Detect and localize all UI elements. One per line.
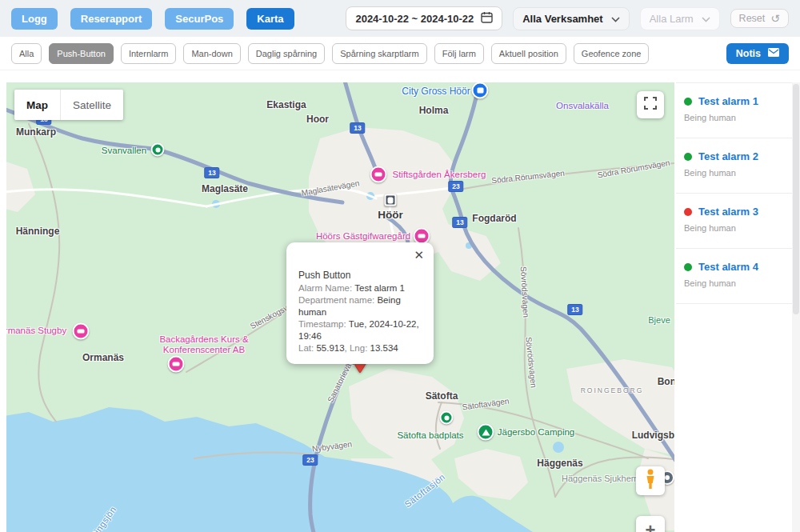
map-type-control: Map Satellite bbox=[14, 90, 123, 120]
alarm-filter-value: Alla Larm bbox=[650, 13, 694, 25]
alarm-name[interactable]: Test alarm 1 bbox=[698, 95, 758, 107]
train-station-icon[interactable] bbox=[385, 194, 397, 206]
undo-icon: ↺ bbox=[770, 13, 780, 24]
shopping-cart-marker-icon[interactable] bbox=[472, 82, 489, 99]
map-type-map[interactable]: Map bbox=[14, 90, 61, 120]
status-dot-icon bbox=[684, 98, 692, 106]
notis-button[interactable]: Notis bbox=[726, 43, 789, 64]
date-range-value: 2024-10-22 ~ 2024-10-22 bbox=[355, 13, 474, 25]
scrollbar-thumb[interactable] bbox=[793, 84, 799, 314]
status-dot-icon bbox=[684, 263, 692, 271]
lodging-marker-icon[interactable] bbox=[168, 356, 185, 373]
alarm-sidebar: Test alarm 1Being humanTest alarm 2Being… bbox=[676, 82, 800, 532]
zoom-in-button[interactable]: + bbox=[636, 516, 665, 532]
notis-label: Notis bbox=[736, 48, 761, 59]
nav-tab-securpos[interactable]: SecurPos bbox=[165, 8, 234, 30]
road-shield: 13 bbox=[350, 122, 365, 134]
alarm-type-filterbar: AllaPush-ButtonInternlarmMan-downDaglig … bbox=[0, 37, 800, 70]
date-range-picker[interactable]: 2024-10-22 ~ 2024-10-22 bbox=[346, 6, 502, 30]
envelope-icon bbox=[768, 48, 779, 59]
nav-tabs: LoggReserapportSecurPosKarta bbox=[11, 8, 294, 30]
reset-button[interactable]: Reset ↺ bbox=[730, 9, 789, 28]
alarm-department: Being human bbox=[684, 278, 787, 288]
popup-line: Department name: Being human bbox=[298, 294, 422, 318]
filter-button-push-button[interactable]: Push-Button bbox=[49, 43, 114, 64]
popup-line: Lat: 55.913, Lng: 13.534 bbox=[298, 342, 422, 354]
alarm-list-item[interactable]: Test alarm 1Being human bbox=[676, 83, 792, 138]
filter-button-man-down[interactable]: Man-down bbox=[183, 43, 240, 64]
filter-buttons: AllaPush-ButtonInternlarmMan-downDaglig … bbox=[11, 43, 649, 64]
alarm-list-item[interactable]: Test alarm 3Being human bbox=[676, 194, 792, 249]
road-shield: 23 bbox=[448, 181, 463, 192]
alarm-department: Being human bbox=[684, 223, 787, 233]
alarm-filter-select[interactable]: Alla Larm bbox=[640, 7, 720, 30]
filter-button-geofence-zone[interactable]: Geofence zone bbox=[574, 43, 650, 64]
popup-title: Push Button bbox=[298, 270, 422, 281]
chevron-down-icon bbox=[611, 13, 620, 25]
road-shield: 13 bbox=[452, 217, 467, 228]
road-shield: 13 bbox=[567, 304, 582, 315]
nav-tab-karta[interactable]: Karta bbox=[246, 8, 294, 30]
business-filter-value: Alla Verksamhet bbox=[522, 13, 602, 25]
pegman-button[interactable] bbox=[636, 466, 665, 495]
filter-button-aktuell-position[interactable]: Aktuell position bbox=[491, 43, 566, 64]
map-canvas[interactable]: EkastigaHoorHolmaMunkarpMaglasäteFogdarö… bbox=[6, 82, 674, 532]
status-dot-icon bbox=[684, 208, 692, 216]
alarm-department: Being human bbox=[684, 113, 787, 122]
close-icon[interactable]: ✕ bbox=[414, 249, 424, 261]
road-shield: 23 bbox=[302, 454, 318, 466]
alarm-name[interactable]: Test alarm 3 bbox=[698, 206, 758, 218]
filter-button-alla[interactable]: Alla bbox=[11, 43, 42, 64]
popup-line: Alarm Name: Test alarm 1 bbox=[298, 282, 422, 294]
top-toolbar: LoggReserapportSecurPosKarta 2024-10-22 … bbox=[0, 0, 800, 37]
sidebar-scrollbar[interactable] bbox=[792, 82, 800, 532]
nav-tab-reserapport[interactable]: Reserapport bbox=[70, 8, 153, 30]
popup-lines: Alarm Name: Test alarm 1Department name:… bbox=[298, 282, 422, 354]
filter-button-internlarm[interactable]: Internlarm bbox=[121, 43, 177, 64]
camping-marker-icon[interactable] bbox=[478, 424, 494, 441]
chevron-down-icon bbox=[702, 13, 710, 25]
alarm-info-popup: ✕ Push Button Alarm Name: Test alarm 1De… bbox=[286, 242, 434, 364]
alarm-list: Test alarm 1Being humanTest alarm 2Being… bbox=[676, 82, 792, 532]
nav-tab-logg[interactable]: Logg bbox=[11, 8, 58, 30]
popup-line: Timestamp: Tue, 2024-10-22, 19:46 bbox=[298, 318, 422, 342]
filter-button-daglig-sp-rning[interactable]: Daglig spårning bbox=[248, 43, 325, 64]
alarm-name[interactable]: Test alarm 4 bbox=[698, 261, 758, 273]
reset-label: Reset bbox=[739, 13, 766, 24]
filter-button-f-lj-larm[interactable]: Följ larm bbox=[434, 43, 484, 64]
filter-button-sp-rning-skarptlarm[interactable]: Spårning skarptlarm bbox=[332, 43, 426, 64]
calendar-icon bbox=[481, 11, 493, 26]
fullscreen-icon bbox=[644, 97, 657, 113]
map-type-satellite[interactable]: Satellite bbox=[61, 90, 123, 120]
poi-dot-marker-icon[interactable] bbox=[440, 411, 454, 425]
poi-dot-marker-icon[interactable] bbox=[151, 143, 165, 157]
lodging-marker-icon[interactable] bbox=[73, 323, 90, 340]
lodging-marker-icon[interactable] bbox=[370, 166, 387, 183]
toolbar-right: 2024-10-22 ~ 2024-10-22 Alla Verksamhet … bbox=[346, 6, 789, 30]
pegman-icon bbox=[644, 469, 657, 493]
alarm-list-item[interactable]: Test alarm 2Being human bbox=[676, 138, 792, 194]
alarm-department: Being human bbox=[684, 168, 787, 178]
alarm-name[interactable]: Test alarm 2 bbox=[698, 150, 758, 162]
business-filter-select[interactable]: Alla Verksamhet bbox=[513, 7, 629, 30]
fullscreen-button[interactable] bbox=[637, 91, 664, 118]
road-shield: 13 bbox=[204, 167, 219, 178]
alarm-list-item[interactable]: Test alarm 4Being human bbox=[676, 249, 792, 304]
status-dot-icon bbox=[684, 153, 692, 161]
